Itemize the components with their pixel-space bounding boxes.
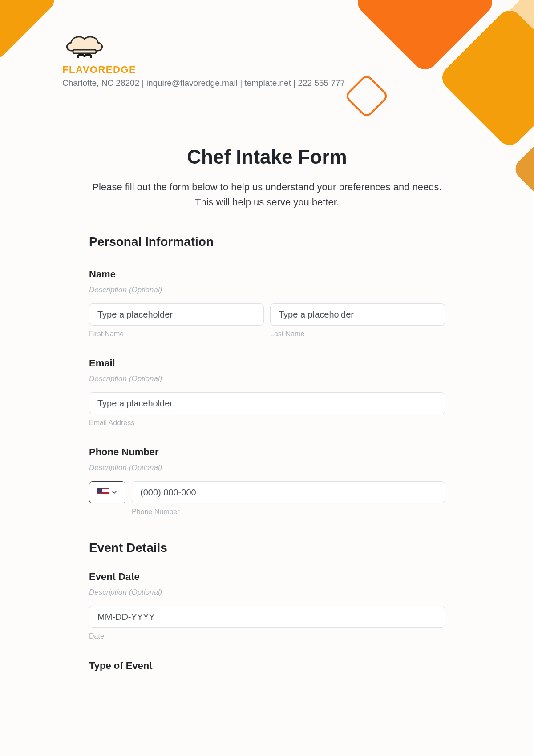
phone-input[interactable] bbox=[132, 481, 445, 503]
field-email: Email Description (Optional) Email Addre… bbox=[89, 358, 445, 427]
form-intro: Please fill out the form below to help u… bbox=[89, 180, 445, 210]
page-title: Chef Intake Form bbox=[89, 146, 445, 168]
country-code-select[interactable] bbox=[89, 481, 125, 503]
name-label: Name bbox=[89, 269, 445, 280]
first-name-sublabel: First Name bbox=[89, 330, 264, 338]
form-content: Chef Intake Form Please fill out the for… bbox=[89, 146, 445, 672]
email-description: Description (Optional) bbox=[89, 374, 445, 383]
event-type-label: Type of Event bbox=[89, 660, 445, 672]
field-event-date: Event Date Description (Optional) Date bbox=[89, 571, 445, 640]
field-event-type: Type of Event bbox=[89, 660, 445, 672]
first-name-input[interactable] bbox=[89, 303, 264, 326]
event-date-label: Event Date bbox=[89, 571, 445, 583]
last-name-sublabel: Last Name bbox=[270, 330, 445, 338]
name-description: Description (Optional) bbox=[89, 286, 445, 294]
last-name-input[interactable] bbox=[270, 303, 445, 326]
chef-hat-icon bbox=[62, 31, 107, 62]
field-name: Name Description (Optional) First Name L… bbox=[89, 269, 445, 338]
email-input[interactable] bbox=[89, 392, 445, 414]
us-flag-icon bbox=[97, 488, 109, 496]
email-sublabel: Email Address bbox=[89, 419, 445, 427]
section-personal-heading: Personal Information bbox=[89, 235, 445, 249]
section-event-heading: Event Details bbox=[89, 541, 445, 555]
brand-name: FLAVOREDGE bbox=[62, 64, 136, 76]
brand-logo: FLAVOREDGE bbox=[62, 31, 136, 76]
brand-contact-line: Charlotte, NC 28202 | inquire@flavoredge… bbox=[62, 78, 534, 88]
chevron-down-icon bbox=[112, 490, 117, 495]
header: FLAVOREDGE Charlotte, NC 28202 | inquire… bbox=[0, 0, 534, 88]
phone-label: Phone Number bbox=[89, 446, 445, 458]
svg-rect-0 bbox=[73, 50, 96, 53]
decor-shape bbox=[511, 106, 534, 232]
phone-description: Description (Optional) bbox=[89, 463, 445, 472]
email-label: Email bbox=[89, 358, 445, 369]
event-date-input[interactable] bbox=[89, 606, 445, 628]
event-date-sublabel: Date bbox=[89, 632, 445, 640]
phone-sublabel: Phone Number bbox=[132, 508, 445, 516]
event-date-description: Description (Optional) bbox=[89, 588, 445, 597]
field-phone: Phone Number Description (Optional) Phon… bbox=[89, 446, 445, 516]
